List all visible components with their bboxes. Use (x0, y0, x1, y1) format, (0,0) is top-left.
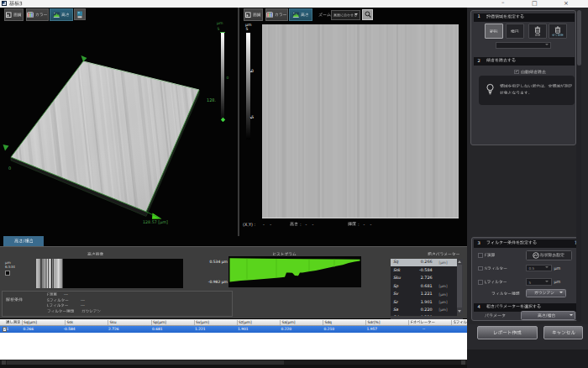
app-icon (2, 1, 7, 6)
region-select[interactable] (496, 42, 551, 50)
param-row-Ssk[interactable]: Ssk-0.584 (391, 266, 457, 274)
action-bar: レポート作成キャンセル (467, 324, 588, 350)
s-filter-unit: μm (554, 266, 561, 271)
delete-all-regions-label: 全て削除 (552, 34, 564, 36)
tab-height-composite-label: 高さ/複合 (14, 239, 34, 243)
param-row-Sa[interactable]: Sa0.220[μm] (391, 307, 457, 314)
magnifier-button[interactable] (362, 9, 373, 20)
column-separator (280, 320, 281, 325)
histogram-min-label: -0.982 μm (207, 280, 228, 284)
results-header-serial: 通し測定 (6, 320, 21, 323)
param-row-Sq[interactable]: Sq0.266[μm] (391, 259, 457, 266)
color-map-icon (27, 12, 34, 18)
axis-origin-label: 0 (8, 166, 11, 171)
view3d-image-quality-button[interactable]: 画質 (4, 8, 24, 21)
view3d-height-button[interactable]: 高さ (50, 8, 73, 21)
zoom-select[interactable]: 画面に合わせる (331, 10, 360, 20)
step3-number: 3 (478, 240, 480, 245)
param-value: 1.221 (407, 292, 433, 296)
param-row-Sp[interactable]: Sp0.681[μm] (391, 282, 457, 290)
view3d-scale-settings-button[interactable] (74, 8, 86, 20)
results-header-Sv[μm]: Sv[μm] (196, 320, 209, 324)
param-row-Sdq[interactable]: Sdq0.210 (391, 314, 457, 315)
height-image-thumbnail[interactable] (36, 259, 63, 288)
height-histogram-icon (53, 12, 60, 18)
param-unit: [μm] (439, 292, 448, 297)
group-filter-params: 3フィルター条件を設定する? F演算 形状除去設定 Sフィルター 0.5 μm … (471, 237, 579, 321)
row-value: 0.210 (324, 327, 335, 331)
chevron-down-icon (570, 314, 573, 316)
view3d-color-button[interactable]: カラー (26, 8, 49, 21)
tab-height-composite[interactable]: 高さ/複合 (3, 236, 44, 246)
param-row-Sku[interactable]: Sku2.726 (391, 275, 457, 282)
delete-region-label: 削除 (535, 34, 541, 36)
l-filter-select[interactable]: 5 (526, 278, 552, 286)
l-filter-checkbox[interactable] (478, 280, 483, 285)
colorbar-3d-unit: μm (217, 21, 223, 26)
sidebar-scrollbar[interactable] (576, 9, 581, 322)
height-map-image[interactable] (262, 24, 459, 218)
results-header-Ssk: Ssk (67, 320, 74, 324)
param-unit: [μm] (439, 300, 448, 304)
filter-type-select[interactable]: ガウシアン (526, 289, 566, 298)
param-value: 0.266 (407, 260, 433, 264)
table-hscrollbar[interactable] (0, 360, 467, 365)
analysis-conditions-box (2, 291, 233, 318)
ellipse-region-button[interactable]: 楕円 (506, 24, 524, 39)
scroll-down-icon[interactable] (458, 310, 461, 313)
close-button[interactable]: × (564, 0, 569, 7)
sidebar-footer (467, 350, 588, 368)
colorbar-2d-mid: 0 (251, 69, 254, 74)
create-report-button[interactable]: レポート作成 (477, 326, 538, 339)
rect-region-button[interactable]: 矩形 (485, 24, 503, 39)
filter-type-value: ガウシアン (534, 291, 554, 295)
delete-all-regions-button[interactable]: 全て削除 (549, 24, 567, 39)
s-filter-select[interactable]: 0.5 (526, 265, 552, 272)
param-name: Sku (393, 276, 401, 280)
l-filter-label[interactable]: Lフィルター (485, 280, 507, 284)
l-filter-value: 5 (529, 281, 532, 285)
cancel-label: キャンセル (552, 330, 575, 335)
f-operation-label[interactable]: F演算 (485, 253, 495, 257)
s-filter-value: 0.5 (529, 266, 535, 271)
param-name: Ssk (393, 268, 400, 272)
column-separator (22, 320, 23, 325)
shape-removal-button[interactable]: 形状除去設定 (526, 250, 572, 260)
view2d-color-button[interactable]: カラー (265, 8, 288, 21)
minimize-button[interactable]: – (501, 0, 505, 6)
column-separator (451, 320, 452, 325)
scroll-up-icon[interactable] (458, 260, 461, 263)
photo-icon (245, 12, 251, 18)
3d-surface-view[interactable] (0, 22, 238, 236)
condition-value-lfilter: --- (81, 303, 85, 308)
zoom-label: ズーム (318, 13, 331, 17)
parameter-select[interactable]: 高さ/複合 (521, 311, 575, 320)
roughness-params-table: Sq0.266[μm] Ssk-0.584 Sku2.726 Sp0.681[μ… (391, 259, 457, 316)
s-filter-checkbox[interactable] (478, 266, 483, 271)
params-scrollbar[interactable] (457, 259, 463, 314)
view2d-image-quality-button[interactable]: 画質 (244, 8, 263, 21)
param-row-Sz[interactable]: Sz1.901[μm] (391, 298, 457, 306)
scrollbar-thumb[interactable] (457, 265, 461, 308)
scrollbar-thumb[interactable] (7, 360, 284, 365)
column-separator (237, 320, 238, 325)
delete-region-button[interactable]: 削除 (528, 24, 547, 39)
filter-type-label: フィルター種類 (491, 292, 520, 296)
row-value: 0.681 (152, 327, 163, 331)
column-separator (365, 320, 366, 325)
param-value: 1.901 (407, 300, 433, 304)
scroll-right-icon[interactable] (461, 360, 465, 365)
f-operation-checkbox[interactable] (478, 253, 483, 258)
maximize-button[interactable]: □ (532, 0, 538, 7)
column-separator (323, 320, 323, 325)
s-filter-label[interactable]: Sフィルター (485, 266, 507, 271)
scroll-left-icon[interactable] (2, 360, 6, 365)
auto-tilt-label[interactable]: 自動傾き除去 (521, 70, 546, 74)
view2d-height-button[interactable]: 高さ (289, 8, 312, 21)
auto-tilt-checkbox[interactable] (514, 70, 519, 75)
view2d-height-label: 高さ (301, 13, 309, 17)
height-image-title: 高さ画像 (87, 252, 103, 256)
cancel-button[interactable]: キャンセル (543, 326, 583, 339)
param-row-Sv[interactable]: Sv1.221[μm] (391, 291, 457, 298)
column-separator (151, 320, 152, 325)
